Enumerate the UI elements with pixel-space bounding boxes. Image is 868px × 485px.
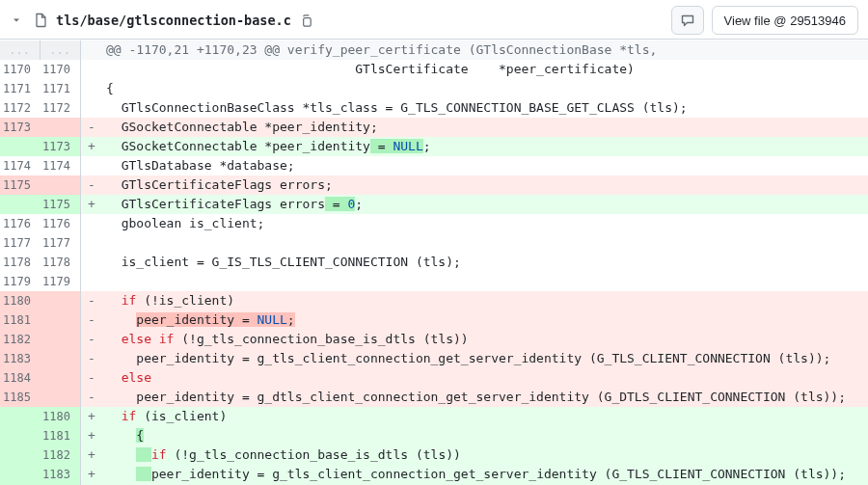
line-number-old: ... [0, 40, 41, 60]
line-number-new[interactable]: 1174 [41, 156, 81, 175]
diff-marker [81, 40, 102, 60]
chevron-down-icon[interactable] [8, 12, 25, 29]
line-number-old[interactable]: 1185 [0, 388, 41, 407]
line-number-new[interactable]: 1180 [41, 407, 81, 426]
line-number-old[interactable]: 1174 [0, 156, 41, 175]
file-path[interactable]: tls/base/gtlsconnection-base.c [56, 13, 291, 28]
diff-line: 11761176 gboolean is_client; [0, 214, 868, 233]
code-content: GTlsCertificateFlags errors = 0; [102, 195, 868, 214]
diff-marker: - [81, 330, 102, 349]
line-number-old[interactable]: 1181 [0, 310, 41, 330]
line-number-old[interactable]: 1170 [0, 60, 41, 79]
line-number-new[interactable]: 1179 [41, 272, 81, 291]
line-number-old[interactable] [0, 407, 41, 426]
diff-line: 1182- else if (!g_tls_connection_base_is… [0, 330, 868, 349]
diff-line: 11791179 [0, 272, 868, 291]
line-number-old[interactable]: 1182 [0, 330, 41, 349]
line-number-new[interactable]: 1177 [41, 233, 81, 253]
line-number-old[interactable] [0, 445, 41, 465]
diff-marker: - [81, 349, 102, 368]
diff-line: 1183- peer_identity = g_tls_client_conne… [0, 349, 868, 368]
line-number-new[interactable] [41, 310, 81, 330]
line-number-new[interactable]: 1170 [41, 60, 81, 79]
diff-line: 1175- GTlsCertificateFlags errors; [0, 175, 868, 195]
line-number-old[interactable]: 1177 [0, 233, 41, 253]
line-number-new[interactable]: 1183 [41, 465, 81, 484]
line-number-old[interactable]: 1184 [0, 368, 41, 388]
line-number-old[interactable]: 1172 [0, 98, 41, 118]
diff-marker: - [81, 291, 102, 310]
line-number-new[interactable]: 1178 [41, 253, 81, 272]
diff-marker: + [81, 137, 102, 156]
diff-marker: + [81, 407, 102, 426]
comment-button[interactable] [671, 6, 704, 35]
code-content: GSocketConnectable *peer_identity = NULL… [102, 137, 868, 156]
diff-line: 11771177 [0, 233, 868, 253]
diff-marker: - [81, 368, 102, 388]
code-content: is_client = G_IS_TLS_CLIENT_CONNECTION (… [102, 253, 868, 272]
diff-line: 1181+ { [0, 426, 868, 445]
diff-marker [81, 79, 102, 98]
diff-line: 11711171 { [0, 79, 868, 98]
line-number-new[interactable]: 1181 [41, 426, 81, 445]
code-content: else if (!g_tls_connection_base_is_dtls … [102, 330, 868, 349]
line-number-new[interactable] [41, 118, 81, 137]
view-file-button[interactable]: View file @ 29513946 [712, 6, 858, 35]
line-number-new[interactable]: 1173 [41, 137, 81, 156]
diff-marker [81, 60, 102, 79]
line-number-new[interactable]: 1182 [41, 445, 81, 465]
diff-line: 11741174 GTlsDatabase *database; [0, 156, 868, 175]
line-number-old[interactable]: 1171 [0, 79, 41, 98]
diff-marker: - [81, 310, 102, 330]
diff-line: 1183+ peer_identity = g_tls_client_conne… [0, 465, 868, 484]
line-number-new[interactable] [41, 291, 81, 310]
file-header: tls/base/gtlsconnection-base.c View file… [0, 0, 868, 40]
line-number-new[interactable]: 1175 [41, 195, 81, 214]
code-content: if (!is_client) [102, 291, 868, 310]
line-number-old[interactable]: 1175 [0, 175, 41, 195]
diff-marker: - [81, 118, 102, 137]
line-number-new[interactable] [41, 330, 81, 349]
diff-marker: + [81, 426, 102, 445]
line-number-new[interactable] [41, 368, 81, 388]
code-content: { [102, 426, 868, 445]
diff-marker [81, 272, 102, 291]
line-number-old[interactable] [0, 137, 41, 156]
diff-line: 11701170 GTlsCertificate *peer_certifica… [0, 60, 868, 79]
line-number-old[interactable]: 1178 [0, 253, 41, 272]
line-number-new[interactable] [41, 175, 81, 195]
code-content: if (is_client) [102, 407, 868, 426]
line-number-old[interactable] [0, 426, 41, 445]
diff-marker [81, 156, 102, 175]
diff-line: 1180- if (!is_client) [0, 291, 868, 310]
code-content: peer_identity = g_tls_client_connection_… [102, 465, 868, 484]
diff-line: 11721172 GTlsConnectionBaseClass *tls_cl… [0, 98, 868, 118]
line-number-old[interactable]: 1179 [0, 272, 41, 291]
diff-line: 1185- peer_identity = g_dtls_client_conn… [0, 388, 868, 407]
diff-marker [81, 98, 102, 118]
code-content [102, 233, 868, 253]
code-content: { [102, 79, 868, 98]
line-number-new[interactable]: 1172 [41, 98, 81, 118]
code-content: GTlsConnectionBaseClass *tls_class = G_T… [102, 98, 868, 118]
diff-line: 1181- peer_identity = NULL; [0, 310, 868, 330]
line-number-old[interactable]: 1180 [0, 291, 41, 310]
line-number-old[interactable]: 1183 [0, 349, 41, 368]
diff-line: 1184- else [0, 368, 868, 388]
line-number-old[interactable] [0, 465, 41, 484]
line-number-old[interactable]: 1173 [0, 118, 41, 137]
code-content: else [102, 368, 868, 388]
line-number-new[interactable]: 1171 [41, 79, 81, 98]
diff-line: 1173- GSocketConnectable *peer_identity; [0, 118, 868, 137]
line-number-new[interactable]: 1176 [41, 214, 81, 233]
line-number-new: ... [41, 40, 81, 60]
line-number-old[interactable]: 1176 [0, 214, 41, 233]
diff-line: 1175+ GTlsCertificateFlags errors = 0; [0, 195, 868, 214]
line-number-new[interactable] [41, 349, 81, 368]
diff-marker: + [81, 195, 102, 214]
copy-path-icon[interactable] [299, 13, 313, 28]
line-number-old[interactable] [0, 195, 41, 214]
line-number-new[interactable] [41, 388, 81, 407]
diff-marker [81, 214, 102, 233]
file-header-left: tls/base/gtlsconnection-base.c [8, 12, 313, 29]
